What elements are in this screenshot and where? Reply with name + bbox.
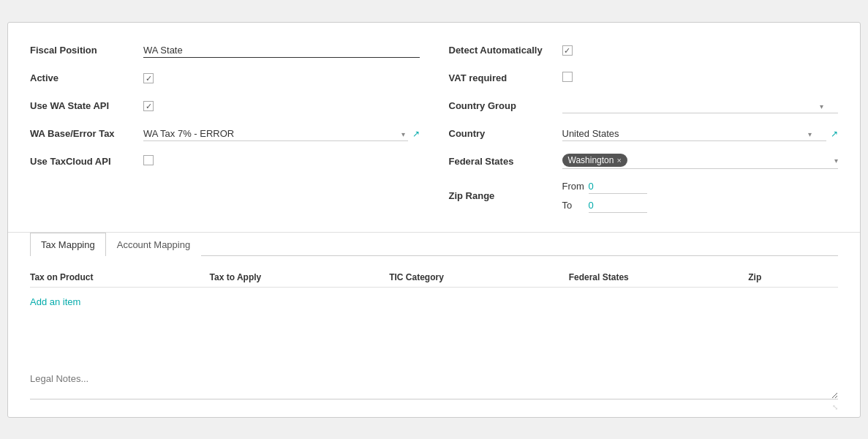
left-column: Fiscal Position Active Use WA State API … [30,40,420,220]
fiscal-position-row: Fiscal Position [30,40,420,61]
fiscal-position-input[interactable] [143,43,420,58]
vat-required-value [562,72,839,84]
fiscal-position-value [143,43,420,58]
federal-states-wrapper[interactable]: Washington × ▾ [562,154,839,169]
detect-automatically-row: Detect Automatically [449,40,839,61]
use-wa-state-api-checkbox[interactable] [143,101,154,111]
tabs-section: Tax Mapping Account Mapping Tax on Produ… [8,233,860,417]
country-select[interactable]: United States [562,127,827,141]
country-group-label: Country Group [449,100,562,111]
country-group-value: ▾ [562,99,839,113]
use-wa-state-api-row: Use WA State API [30,96,420,116]
tabs-bar: Tax Mapping Account Mapping [30,233,838,256]
active-value [143,72,420,84]
wa-base-error-tax-select[interactable]: WA Tax 7% - ERROR [143,127,408,141]
tab-account-mapping[interactable]: Account Mapping [106,233,201,256]
tab-tax-mapping[interactable]: Tax Mapping [30,233,106,256]
country-row: Country United States ▾ ↗ [449,124,839,144]
country-external-link[interactable]: ↗ [831,129,838,139]
vat-required-row: VAT required [449,68,839,89]
bottom-section: ⤡ [30,370,838,417]
col-header-tax-to-apply: Tax to Apply [210,272,390,282]
zip-inputs: From To [562,179,647,213]
right-column: Detect Automatically VAT required Countr… [449,40,839,220]
fiscal-position-label: Fiscal Position [30,45,143,56]
detect-automatically-checkbox[interactable] [562,45,573,56]
federal-states-value: Washington × ▾ [562,154,839,169]
wa-base-error-tax-select-wrapper: WA Tax 7% - ERROR ▾ ↗ [143,127,420,141]
use-taxcloud-api-value [143,155,420,168]
resize-handle: ⤡ [30,403,838,411]
vat-required-checkbox[interactable] [562,72,573,82]
wa-base-error-tax-value: WA Tax 7% - ERROR ▾ ↗ [143,127,420,141]
use-taxcloud-api-row: Use TaxCloud API [30,151,420,172]
active-row: Active [30,68,420,89]
zip-to-label: To [562,200,584,211]
detect-automatically-value [562,45,839,56]
legal-notes-textarea[interactable] [30,370,838,399]
col-header-zip: Zip [748,272,838,282]
use-wa-state-api-value [143,100,420,112]
country-row-wrapper: United States ▾ ↗ [562,127,839,141]
country-label: Country [449,128,562,139]
zip-to-input[interactable] [589,198,647,213]
federal-states-label: Federal States [449,156,562,167]
federal-states-row: Federal States Washington × ▾ [449,151,839,172]
zip-from-row: From [562,179,647,194]
add-item-link[interactable]: Add an item [30,292,80,312]
country-select-wrapper: United States ▾ [562,127,827,141]
main-window: Fiscal Position Active Use WA State API … [7,22,861,418]
wa-base-error-tax-row: WA Base/Error Tax WA Tax 7% - ERROR ▾ ↗ [30,124,420,144]
washington-tag[interactable]: Washington × [562,154,627,167]
table-header: Tax on Product Tax to Apply TIC Category… [30,268,838,288]
wa-base-error-tax-external-link[interactable]: ↗ [412,129,420,139]
federal-states-dropdown-arrow: ▾ [834,157,838,165]
col-header-tax-on-product: Tax on Product [30,272,210,282]
country-group-select-wrapper: ▾ [562,99,839,113]
zip-range-label: Zip Range [449,190,562,201]
country-group-row: Country Group ▾ [449,96,839,116]
use-wa-state-api-label: Use WA State API [30,100,143,111]
detect-automatically-label: Detect Automatically [449,45,562,56]
zip-to-row: To [562,198,647,213]
use-taxcloud-api-checkbox[interactable] [143,155,154,165]
washington-tag-remove[interactable]: × [616,156,621,165]
active-checkbox[interactable] [143,73,154,83]
country-group-select[interactable] [562,99,839,113]
col-header-federal-states: Federal States [569,272,749,282]
col-header-tic-category: TIC Category [389,272,569,282]
country-value: United States ▾ ↗ [562,127,839,141]
active-label: Active [30,72,143,83]
washington-tag-label: Washington [568,155,614,165]
wa-base-error-tax-label: WA Base/Error Tax [30,128,143,139]
vat-required-label: VAT required [449,72,562,83]
zip-range-row: Zip Range From To [449,179,839,213]
use-taxcloud-api-label: Use TaxCloud API [30,156,143,167]
form-section: Fiscal Position Active Use WA State API … [8,23,860,232]
zip-from-input[interactable] [589,179,647,194]
zip-from-label: From [562,181,584,192]
